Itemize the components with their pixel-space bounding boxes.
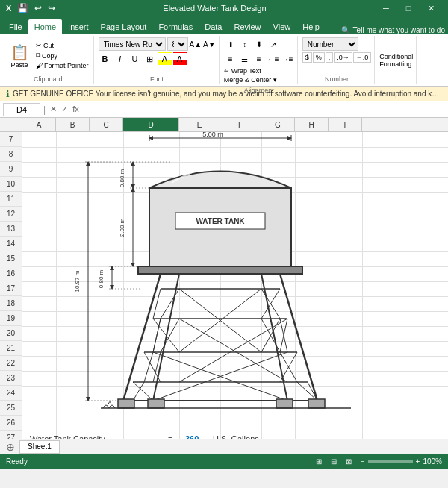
underline-button[interactable]: U [128,52,142,66]
cell-reference-input[interactable] [3,103,40,116]
search-box[interactable]: 🔍 Tell me what you want to do [341,26,445,34]
row-7[interactable]: 7 [0,132,22,147]
merge-center-button[interactable]: Merge & Center ▾ [224,76,294,84]
row-23[interactable]: 23 [0,371,22,386]
tab-formulas[interactable]: Formulas [152,19,199,34]
view-page-break-icon[interactable]: ⊠ [346,457,352,466]
tab-data[interactable]: Data [199,19,228,34]
row-14[interactable]: 14 [0,237,22,251]
col-header-i[interactable]: I [329,118,362,131]
zoom-slider[interactable] [368,460,413,463]
font-size-select[interactable]: 8 [167,37,188,51]
tab-file[interactable]: File [3,19,28,34]
row-21[interactable]: 21 [0,341,22,356]
col-header-a[interactable]: A [22,118,56,131]
row-26[interactable]: 26 [0,416,22,431]
spreadsheet-body: 7 8 9 10 11 12 13 14 15 16 17 18 19 20 2… [0,132,448,439]
align-top-button[interactable]: ⬆ [224,37,237,51]
row-10[interactable]: 10 [0,177,22,192]
status-right: ⊞ ⊟ ⊠ − + 100% [316,457,442,466]
text-angle-button[interactable]: ↗ [267,37,280,51]
font-size-increase[interactable]: A▲ [190,40,202,49]
tab-page-layout[interactable]: Page Layout [95,19,153,34]
paste-button[interactable]: 📋 Paste [6,42,33,70]
comma-button[interactable]: , [326,52,334,63]
align-center-button[interactable]: ☰ [238,52,252,66]
view-layout-icon[interactable]: ⊟ [331,457,337,466]
fill-color-button[interactable]: A [158,52,172,66]
align-left-button[interactable]: ≡ [224,52,237,66]
row-12[interactable]: 12 [0,207,22,222]
view-normal-icon[interactable]: ⊞ [316,457,322,466]
clipboard-label: Clipboard [34,74,63,83]
undo-icon[interactable]: ↩ [34,3,42,13]
row-24[interactable]: 24 [0,386,22,401]
tab-review[interactable]: Review [228,19,267,34]
row-15[interactable]: 15 [0,251,22,266]
font-size-decrease[interactable]: A▼ [203,40,216,49]
align-middle-button[interactable]: ↕ [238,37,252,51]
column-headers: A B C D E F G H I [0,118,448,132]
border-button[interactable]: ⊞ [143,52,157,66]
cancel-formula-button[interactable]: ✕ [49,104,58,114]
maximize-button[interactable]: □ [397,0,420,16]
tab-insert[interactable]: Insert [62,19,95,34]
sheet-tab-1[interactable]: Sheet1 [19,440,60,454]
tab-home[interactable]: Home [28,19,62,34]
row-17[interactable]: 17 [0,281,22,296]
col-header-f[interactable]: F [220,118,261,131]
align-bottom-button[interactable]: ⬇ [252,37,266,51]
close-button[interactable]: ✕ [420,0,442,16]
col-header-h[interactable]: H [295,118,329,131]
zoom-in-button[interactable]: + [416,457,420,466]
decimal-increase-button[interactable]: .0→ [334,52,352,63]
italic-button[interactable]: I [113,52,127,66]
row-22[interactable]: 22 [0,356,22,371]
tab-view[interactable]: View [267,19,297,34]
indent-increase-button[interactable]: →≡ [281,52,294,66]
water-tank-drawing: 5.00 m WATER TANK 0.80 m [22,132,448,439]
bold-button[interactable]: B [99,52,112,66]
row-9[interactable]: 9 [0,162,22,177]
row-27[interactable]: 27 [0,431,22,439]
col-header-g[interactable]: G [261,118,295,131]
zoom-out-button[interactable]: − [361,457,365,466]
row-11[interactable]: 11 [0,192,22,207]
col-header-e[interactable]: E [179,118,220,131]
insert-function-button[interactable]: fx [71,104,81,114]
confirm-formula-button[interactable]: ✓ [60,104,69,114]
row-8[interactable]: 8 [0,147,22,162]
row-25[interactable]: 25 [0,401,22,416]
svg-line-28 [161,289,179,319]
col-header-b[interactable]: B [56,118,90,131]
col-header-d[interactable]: D [123,118,179,131]
currency-button[interactable]: $ [302,52,312,63]
save-icon[interactable]: 💾 [17,3,28,13]
add-sheet-button[interactable]: ⊕ [3,441,18,453]
minimize-button[interactable]: ─ [375,0,397,16]
formula-input[interactable] [84,104,445,115]
col-header-c[interactable]: C [90,118,123,131]
wrap-text-button[interactable]: ↵ Wrap Text [224,67,294,75]
row-20[interactable]: 20 [0,326,22,341]
font-name-select[interactable]: Times New Roman [99,37,166,51]
percent-button[interactable]: % [313,52,325,63]
copy-button[interactable]: ⧉ Copy [34,51,90,60]
redo-icon[interactable]: ↪ [48,3,55,13]
row-16[interactable]: 16 [0,266,22,281]
svg-text:0.80 m: 0.80 m [119,169,125,187]
title-bar-left: X 💾 ↩ ↪ Elevated Water Tank Design [6,3,267,13]
notification-text: GET GENUINE OFFICE Your license isn't ge… [13,90,442,98]
tab-help[interactable]: Help [296,19,326,34]
indent-decrease-button[interactable]: ←≡ [267,52,280,66]
format-painter-button[interactable]: 🖌 Format Painter [34,61,90,70]
font-color-button[interactable]: A [173,52,187,66]
align-right-button[interactable]: ≡ [252,52,266,66]
row-13[interactable]: 13 [0,222,22,237]
conditional-formatting-button[interactable]: ConditionalFormatting [379,53,413,68]
cut-button[interactable]: ✂ Cut [34,41,90,50]
number-format-select[interactable]: Number [302,37,358,51]
decimal-decrease-button[interactable]: ←.0 [353,52,372,63]
row-18[interactable]: 18 [0,296,22,311]
row-19[interactable]: 19 [0,311,22,326]
